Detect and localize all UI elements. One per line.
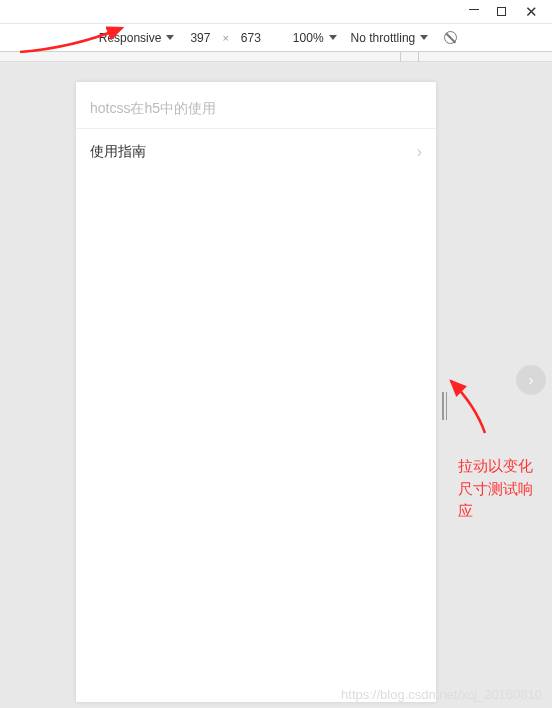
device-frame: hotcss在h5中的使用 使用指南 › [76, 82, 436, 702]
dropdown-icon [329, 35, 337, 40]
dimension-separator: × [222, 32, 228, 44]
rotate-icon[interactable] [444, 31, 457, 44]
zoom-dropdown[interactable]: 100% [289, 31, 341, 45]
chevron-right-icon: › [529, 372, 534, 388]
resize-handle[interactable] [442, 392, 450, 420]
chevron-right-icon: › [417, 143, 422, 161]
viewport-area: hotcss在h5中的使用 使用指南 › [0, 62, 552, 708]
guide-row[interactable]: 使用指南 › [76, 129, 436, 175]
throttling-dropdown[interactable]: No throttling [347, 31, 433, 45]
next-button[interactable]: › [516, 365, 546, 395]
watermark: https://blog.csdn.net/xcj_20160810 [341, 687, 542, 702]
dropdown-icon [420, 35, 428, 40]
window-controls: ✕ [0, 0, 552, 24]
device-mode-dropdown[interactable]: Responsive [95, 31, 179, 45]
page-title: hotcss在h5中的使用 [76, 82, 436, 129]
annotation-text: 拉动以变化尺寸测试响应 [458, 455, 546, 523]
devtools-toolbar: Responsive × 100% No throttling [0, 24, 552, 52]
window-close-button[interactable]: ✕ [524, 5, 538, 19]
zoom-label: 100% [293, 31, 324, 45]
dropdown-icon [166, 35, 174, 40]
window-minimize-button[interactable] [469, 9, 479, 10]
viewport-width-input[interactable] [184, 31, 216, 45]
guide-label: 使用指南 [90, 143, 146, 161]
ruler [0, 52, 552, 62]
window-maximize-button[interactable] [497, 7, 506, 16]
device-mode-label: Responsive [99, 31, 162, 45]
viewport-height-input[interactable] [235, 31, 267, 45]
throttling-label: No throttling [351, 31, 416, 45]
